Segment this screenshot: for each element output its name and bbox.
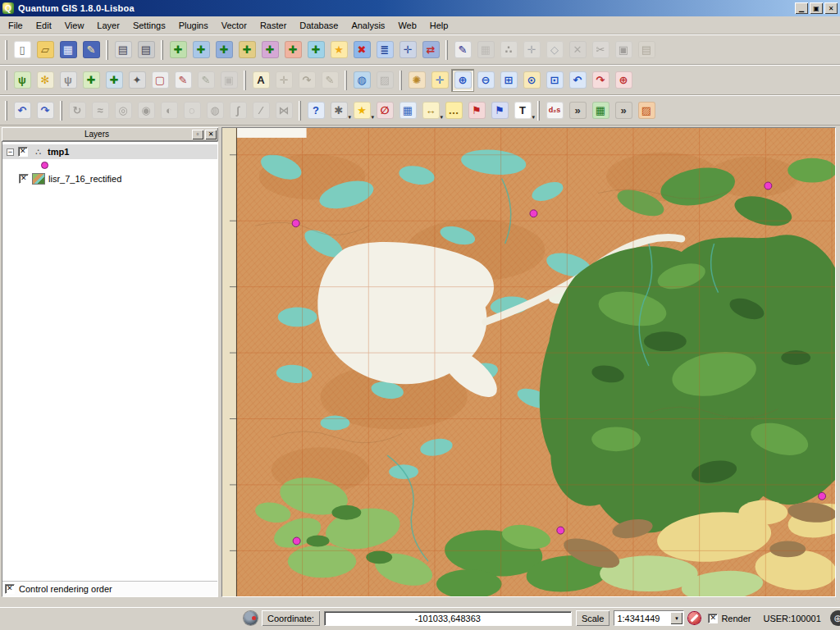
add-oracle-layer-button[interactable]: ✚ bbox=[281, 39, 304, 62]
menu-file[interactable]: File bbox=[2, 17, 30, 34]
zoom-out-button[interactable]: ⊖ bbox=[474, 69, 497, 92]
open-grass-mapset-button[interactable]: ψ bbox=[11, 69, 34, 92]
toolbar-grip[interactable] bbox=[537, 101, 540, 121]
plugin-orange-button[interactable]: ▨ bbox=[635, 99, 658, 122]
zoom-to-selection-button[interactable]: ⊙ bbox=[520, 69, 543, 92]
toolbar-grip[interactable] bbox=[60, 101, 62, 121]
text-annotation-dropdown-icon[interactable]: ▾ bbox=[532, 114, 535, 121]
zoom-actual-size-button[interactable]: ⊕ bbox=[612, 69, 635, 92]
panel-close-button[interactable]: ✕ bbox=[205, 130, 217, 139]
spit-import-button[interactable]: ⇄ bbox=[419, 39, 442, 62]
pan-to-selection-button[interactable]: ✛ bbox=[428, 69, 451, 92]
menu-web[interactable]: Web bbox=[391, 17, 422, 34]
crs-status-icon[interactable]: ⊕ bbox=[830, 610, 840, 626]
menu-layer[interactable]: Layer bbox=[90, 17, 126, 34]
new-shapefile-layer-button[interactable]: ★ bbox=[327, 39, 350, 62]
scale-combo[interactable]: 1:4341449 ▼ bbox=[614, 610, 684, 626]
coordinate-input[interactable] bbox=[324, 611, 572, 626]
select-features-button[interactable]: ★▾ bbox=[350, 99, 373, 122]
expander-icon[interactable]: − bbox=[7, 148, 14, 156]
layer-checkbox-lisr[interactable] bbox=[19, 174, 29, 184]
layers-panel-titlebar[interactable]: Layers ▫ ✕ bbox=[2, 127, 218, 141]
add-spatialite-layer-button[interactable]: ✚ bbox=[235, 39, 258, 62]
menu-edit[interactable]: Edit bbox=[30, 17, 58, 34]
toolbar-grip[interactable] bbox=[161, 40, 163, 60]
layer-item-tmp1[interactable]: − ∴ tmp1 bbox=[2, 144, 217, 159]
toolbar-grip[interactable] bbox=[345, 71, 347, 90]
zoom-full-button[interactable]: ⊞ bbox=[497, 69, 520, 92]
map-tips-button[interactable]: … bbox=[442, 99, 465, 122]
scale-dropdown-icon[interactable]: ▼ bbox=[670, 612, 682, 624]
rendering-order-checkbox[interactable] bbox=[5, 584, 15, 594]
whats-this-button[interactable]: ? bbox=[304, 99, 327, 122]
menu-analysis[interactable]: Analysis bbox=[345, 17, 391, 34]
toolbar-grip[interactable] bbox=[445, 40, 448, 60]
remove-layer-button[interactable]: ✖ bbox=[350, 39, 373, 62]
menu-vector[interactable]: Vector bbox=[215, 17, 253, 34]
display-current-grass-region-button[interactable]: ▢ bbox=[148, 69, 171, 92]
plugin-green-button[interactable]: ▦ bbox=[589, 99, 612, 122]
new-grass-mapset-button[interactable]: ✻ bbox=[34, 69, 57, 92]
pan-map-button[interactable]: ✺ bbox=[405, 69, 428, 92]
measure-line-button[interactable]: ↔▾ bbox=[419, 99, 442, 122]
minimize-button[interactable]: ▁ bbox=[795, 2, 808, 14]
layer-checkbox-tmp1[interactable] bbox=[18, 147, 28, 157]
zoom-in-button[interactable]: ⊕ bbox=[451, 69, 474, 92]
toolbar-grip[interactable] bbox=[299, 101, 301, 121]
globe-plugin-button[interactable]: ◍ bbox=[350, 69, 373, 92]
toolbar-grip[interactable] bbox=[399, 71, 402, 90]
menu-settings[interactable]: Settings bbox=[126, 17, 172, 34]
map-position-icon[interactable] bbox=[244, 611, 258, 625]
add-grass-vector-layer-button[interactable]: ✚ bbox=[80, 69, 103, 92]
menu-view[interactable]: View bbox=[58, 17, 91, 34]
add-grass-raster-layer-button[interactable]: ✚ bbox=[103, 69, 126, 92]
toolbar-grip[interactable] bbox=[5, 101, 7, 121]
undo-button[interactable]: ↶ bbox=[11, 99, 34, 122]
add-vector-layer-button[interactable]: ✚ bbox=[167, 39, 189, 62]
gps-tools-button[interactable]: ✛ bbox=[396, 39, 419, 62]
open-attribute-table-button[interactable]: ▦ bbox=[396, 99, 419, 122]
new-bookmark-button[interactable]: ⚑ bbox=[465, 99, 488, 122]
toolbar-grip[interactable] bbox=[106, 40, 108, 60]
zoom-to-layer-button[interactable]: ⊡ bbox=[543, 69, 566, 92]
dxf2shape-converter-button[interactable]: d₂s bbox=[543, 99, 566, 122]
open-project-button[interactable]: ▱ bbox=[34, 39, 57, 62]
close-button[interactable]: ✕ bbox=[824, 2, 838, 14]
text-annotation-button[interactable]: T▾ bbox=[511, 99, 534, 122]
toolbar-grip[interactable] bbox=[5, 71, 7, 90]
layer-item-lisr[interactable]: lisr_7_16_rectified bbox=[2, 171, 217, 186]
add-mssql-layer-button[interactable]: ✚ bbox=[258, 39, 281, 62]
deselect-features-button[interactable]: ∅ bbox=[373, 99, 396, 122]
new-project-button[interactable]: ▯ bbox=[11, 39, 34, 62]
add-wms-layer-button[interactable]: ✚ bbox=[304, 39, 327, 62]
menu-database[interactable]: Database bbox=[293, 17, 345, 34]
render-toggle[interactable]: Render bbox=[705, 614, 754, 623]
toolbar-extension-button[interactable]: » bbox=[566, 99, 589, 122]
add-raster-layer-button[interactable]: ✚ bbox=[189, 39, 212, 62]
menu-plugins[interactable]: Plugins bbox=[172, 17, 215, 34]
save-project-as-button[interactable]: ✎ bbox=[80, 39, 103, 62]
render-checkbox[interactable] bbox=[708, 614, 718, 623]
edit-current-grass-region-button[interactable]: ✎ bbox=[171, 69, 194, 92]
zoom-last-button[interactable]: ↶ bbox=[566, 69, 589, 92]
toolbar-grip[interactable] bbox=[244, 71, 246, 90]
labeling-button[interactable]: A bbox=[249, 69, 272, 92]
composer-manager-button[interactable]: ▤ bbox=[135, 39, 158, 62]
map-canvas[interactable] bbox=[221, 127, 836, 597]
new-print-composer-button[interactable]: ▤ bbox=[112, 39, 135, 62]
redo-button[interactable]: ↷ bbox=[34, 99, 57, 122]
save-project-button[interactable]: ▦ bbox=[57, 39, 80, 62]
grass-tools-button[interactable]: ✦ bbox=[126, 69, 148, 92]
menu-help[interactable]: Help bbox=[423, 17, 455, 34]
run-feature-action-button[interactable]: ✱▾ bbox=[327, 99, 350, 122]
zoom-next-button[interactable]: ↷ bbox=[589, 69, 612, 92]
toolbar-extension-2-button[interactable]: » bbox=[612, 99, 635, 122]
stop-rendering-icon[interactable] bbox=[688, 612, 701, 624]
menu-raster[interactable]: Raster bbox=[253, 17, 293, 34]
add-delimited-text-layer-button[interactable]: ≣ bbox=[373, 39, 396, 62]
toggle-editing-button[interactable]: ✎ bbox=[451, 39, 474, 62]
toolbar-grip[interactable] bbox=[5, 40, 7, 60]
panel-float-button[interactable]: ▫ bbox=[192, 130, 203, 139]
close-grass-mapset-button[interactable]: ψ bbox=[57, 69, 80, 92]
restore-button[interactable]: ▣ bbox=[810, 2, 823, 14]
